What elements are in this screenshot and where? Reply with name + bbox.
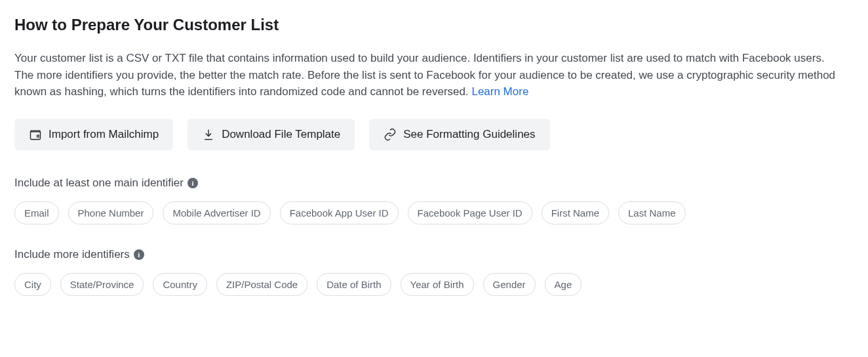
chip-fb-page-user-id[interactable]: Facebook Page User ID [408,201,532,224]
page-description: Your customer list is a CSV or TXT file … [14,50,840,100]
main-identifiers-text: Include at least one main identifier [14,177,184,190]
mailchimp-icon [29,128,42,141]
chip-phone[interactable]: Phone Number [68,201,154,224]
info-icon[interactable]: i [134,249,144,260]
chip-country[interactable]: Country [153,273,207,296]
chip-mobile-advertiser-id[interactable]: Mobile Advertiser ID [163,201,270,224]
main-identifiers-label: Include at least one main identifier i [14,177,854,190]
download-template-button[interactable]: Download File Template [187,119,355,150]
chip-fb-app-user-id[interactable]: Facebook App User ID [280,201,399,224]
formatting-guidelines-label: See Formatting Guidelines [403,128,535,141]
description-text: Your customer list is a CSV or TXT file … [14,52,835,98]
chip-email[interactable]: Email [14,201,59,224]
chip-gender[interactable]: Gender [483,273,536,296]
chip-dob[interactable]: Date of Birth [317,273,391,296]
chip-age[interactable]: Age [545,273,582,296]
chip-city[interactable]: City [14,273,51,296]
chip-year-of-birth[interactable]: Year of Birth [401,273,474,296]
info-icon[interactable]: i [187,178,198,188]
formatting-guidelines-button[interactable]: See Formatting Guidelines [369,119,549,150]
chip-state-province[interactable]: State/Province [60,273,144,296]
main-identifiers-chips: Email Phone Number Mobile Advertiser ID … [14,201,854,224]
more-identifiers-chips: City State/Province Country ZIP/Postal C… [14,273,854,296]
chip-first-name[interactable]: First Name [542,201,609,224]
download-template-label: Download File Template [222,128,340,141]
download-icon [202,128,215,141]
chip-zip-postal[interactable]: ZIP/Postal Code [216,273,307,296]
action-button-row: Import from Mailchimp Download File Temp… [14,119,854,150]
more-identifiers-text: Include more identifiers [14,248,130,261]
more-identifiers-label: Include more identifiers i [14,248,854,261]
import-mailchimp-button[interactable]: Import from Mailchimp [14,119,173,150]
learn-more-link[interactable]: Learn More [471,85,528,98]
link-icon [384,128,397,141]
import-mailchimp-label: Import from Mailchimp [49,128,159,141]
chip-last-name[interactable]: Last Name [618,201,686,224]
page-title: How to Prepare Your Customer List [14,16,854,34]
